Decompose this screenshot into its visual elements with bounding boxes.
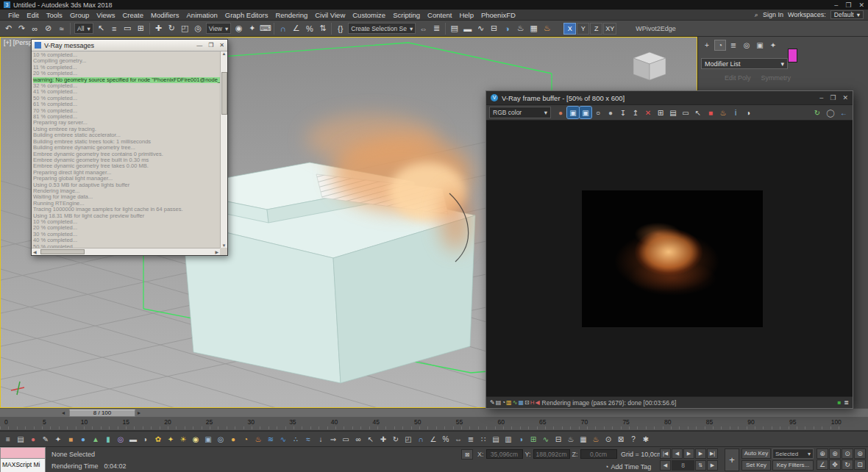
menu-edit[interactable]: Edit <box>23 11 42 19</box>
angle-snap-icon[interactable]: ∠ <box>427 433 439 445</box>
render-setup-icon[interactable]: ♨ <box>565 433 577 445</box>
vfb-prev-icon[interactable]: ◀ <box>535 399 539 406</box>
axis-xy-button[interactable]: XY <box>603 23 616 35</box>
sun-light-icon[interactable]: ☀ <box>177 433 189 445</box>
previous-key-button[interactable]: ◀ <box>660 460 671 471</box>
menu-graph-editors[interactable]: Graph Editors <box>221 11 272 19</box>
macro-recorder-line[interactable] <box>0 447 46 459</box>
edit-poly-entry[interactable]: Edit Poly <box>725 74 751 82</box>
zoom-all-icon[interactable]: ⊛ <box>829 448 841 459</box>
named-selection-set-dropdown[interactable]: Create Selection Se ▾ <box>348 23 416 34</box>
rendered-frame-icon[interactable]: ▦ <box>527 22 540 35</box>
horizontal-scrollbar[interactable]: ◀ ▶ <box>32 248 220 255</box>
set-key-button[interactable]: Set Key <box>741 460 771 471</box>
z-coordinate-field[interactable]: 0,0cm <box>580 449 617 459</box>
axis-x-button[interactable]: X <box>563 23 576 35</box>
vfb-columns-icon[interactable]: ▥ <box>506 399 512 406</box>
lock-toggle-icon[interactable]: ⊠ <box>615 433 627 445</box>
menu-group[interactable]: Group <box>66 11 93 19</box>
material-editor-icon[interactable]: ◑ <box>501 22 513 35</box>
maximize-viewport-icon[interactable]: ⊡ <box>854 460 866 470</box>
symmetry-entry[interactable]: Symmetry <box>761 74 791 82</box>
update-render-icon[interactable]: ↻ <box>811 107 823 118</box>
gravity-icon[interactable]: ↓ <box>315 433 327 445</box>
menu-help[interactable]: Help <box>455 11 477 19</box>
forcefield-icon[interactable]: ≈ <box>302 433 314 445</box>
selection-brush-icon[interactable]: ✎ <box>40 433 51 445</box>
align-icon[interactable]: ≣ <box>465 433 477 445</box>
add-time-tag[interactable]: ◔ Add Time Tag <box>605 463 651 471</box>
paint-deform-icon[interactable]: ✦ <box>52 433 64 445</box>
vfb-green-square-icon[interactable]: ■ <box>837 399 841 406</box>
maximize-button[interactable]: ❐ <box>208 42 213 49</box>
maximize-button[interactable]: ❐ <box>830 94 836 101</box>
previous-frame-button[interactable]: ◀ <box>672 448 683 459</box>
menu-file[interactable]: File <box>4 11 23 19</box>
vfb-h-icon[interactable]: H <box>530 399 535 406</box>
scroll-right-icon[interactable]: ▶ <box>215 249 218 254</box>
spot-light-icon[interactable]: ◉ <box>190 433 202 445</box>
unlink-selection-icon[interactable]: ⊘ <box>42 22 54 35</box>
scroll-up-icon[interactable]: ▲ <box>222 51 227 56</box>
menu-rendering[interactable]: Rendering <box>271 11 311 19</box>
mirror-icon[interactable]: ⇔ <box>452 433 464 445</box>
fov-icon[interactable]: ∠ <box>817 460 828 470</box>
info-icon[interactable]: i <box>730 107 741 118</box>
scrollbar-thumb[interactable] <box>40 249 85 254</box>
pan-icon[interactable]: ✥ <box>829 460 841 470</box>
menu-phoenixfd[interactable]: PhoenixFD <box>477 11 519 19</box>
window-titlebar[interactable]: 3 Untitled - Autodesk 3ds Max 2018 – ❐ ✕ <box>0 0 868 10</box>
material-editor-icon[interactable]: ◑ <box>515 433 527 445</box>
modify-tab[interactable]: ◔ <box>714 40 726 51</box>
globe-icon[interactable]: ◯ <box>825 107 836 118</box>
torus-primitive-icon[interactable]: ◎ <box>115 433 127 445</box>
x-coordinate-field[interactable]: 35,096cm <box>486 449 523 459</box>
hierarchy-tab[interactable]: ≣ <box>728 40 739 51</box>
menu-scripting[interactable]: Scripting <box>389 11 424 19</box>
vfb-stamp-icon[interactable]: ✎ <box>490 399 495 406</box>
scroll-down-icon[interactable]: ▼ <box>222 243 227 248</box>
vfb-clock-icon[interactable]: ◔ <box>502 399 505 406</box>
close-button[interactable]: ✕ <box>858 1 864 9</box>
time-slider-thumb[interactable]: 8 / 100 <box>69 410 135 417</box>
duplicate-to-host-icon[interactable]: ⊞ <box>655 107 666 118</box>
go-to-start-button[interactable]: |◀ <box>660 448 671 459</box>
schematic-icon[interactable]: ⊟ <box>552 433 564 445</box>
close-button[interactable]: ✕ <box>842 94 848 101</box>
reference-coordinate-dropdown[interactable]: View ▾ <box>206 23 232 34</box>
stop-render-icon[interactable]: ■ <box>705 107 716 118</box>
vfb-graph-icon[interactable]: ∿ <box>513 399 518 406</box>
select-icon[interactable]: ↖ <box>365 433 377 445</box>
graphite-ribbon-icon[interactable]: ▬ <box>461 22 474 35</box>
vfb-history-icon[interactable]: ▤ <box>496 399 502 406</box>
selection-lock-icon[interactable]: ⊠ <box>461 449 473 460</box>
isolate-icon[interactable]: ⊙ <box>602 433 614 445</box>
select-and-manipulate-icon[interactable]: ✦ <box>246 22 258 35</box>
teapot-primitive-icon[interactable]: ◗ <box>140 433 152 445</box>
zoom-extents-icon[interactable]: ⊙ <box>842 448 853 459</box>
select-by-name-icon[interactable]: ≡ <box>108 22 121 35</box>
zoom-icon[interactable]: ⊕ <box>817 448 828 459</box>
menu-customize[interactable]: Customize <box>349 11 389 19</box>
phoenix-fire-icon[interactable]: ♨ <box>252 433 264 445</box>
flower-shape-icon[interactable]: ✿ <box>152 433 164 445</box>
zoom-extents-all-icon[interactable]: ⊚ <box>854 448 866 459</box>
orbit-icon[interactable]: ↻ <box>842 460 853 470</box>
next-key-button[interactable]: ▶ <box>707 460 718 471</box>
track-mouse-icon[interactable]: ↖ <box>692 107 704 118</box>
vfb-menu-icon[interactable]: ≣ <box>844 399 849 406</box>
select-and-rotate-icon[interactable]: ↻ <box>166 22 178 35</box>
set-keys-button[interactable]: + <box>725 448 739 471</box>
icc-icon[interactable]: ▣ <box>580 107 591 118</box>
script-editor-icon[interactable]: ▤ <box>15 433 26 445</box>
curve-editor-icon[interactable]: ∿ <box>474 22 487 35</box>
axis-y-button[interactable]: Y <box>577 23 589 35</box>
minimize-button[interactable]: – <box>819 94 823 101</box>
clear-image-icon[interactable]: ✕ <box>642 107 654 118</box>
wind-icon[interactable]: ⇒ <box>327 433 339 445</box>
window-crossing-icon[interactable]: ⊞ <box>135 22 147 35</box>
monochrome-icon[interactable]: ● <box>605 107 616 118</box>
sphere-primitive-icon[interactable]: ● <box>77 433 89 445</box>
workspace-dropdown[interactable]: Default ▾ <box>830 10 864 19</box>
scrollbar-thumb[interactable] <box>221 72 227 115</box>
